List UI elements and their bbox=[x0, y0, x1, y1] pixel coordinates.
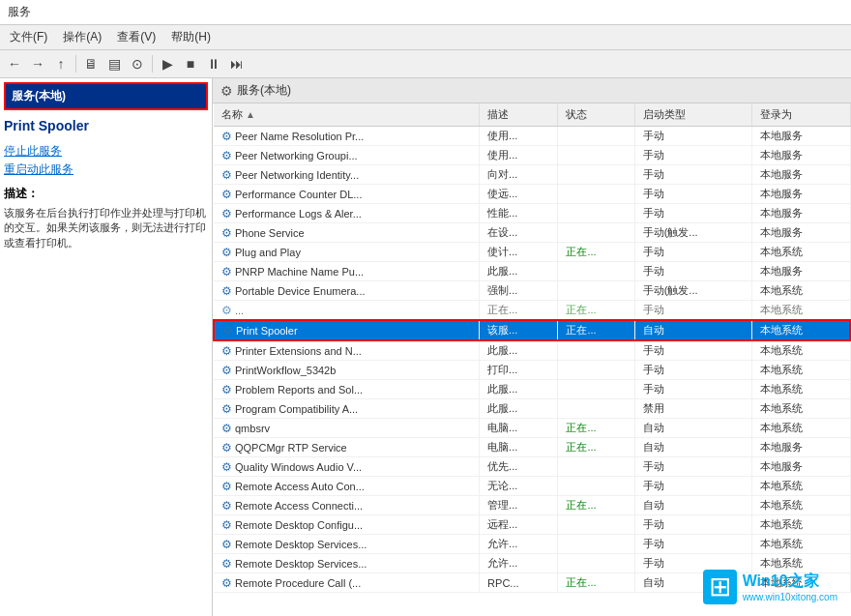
service-startup-cell: 手动 bbox=[634, 204, 752, 223]
watermark-title: Win10之家 bbox=[743, 572, 837, 592]
menu-view[interactable]: 查看(V) bbox=[111, 27, 161, 47]
service-status-cell bbox=[558, 281, 634, 301]
service-desc-cell: 此服... bbox=[480, 399, 558, 419]
col-name[interactable]: 名称 ▲ bbox=[214, 103, 480, 127]
service-name-text: Remote Desktop Services... bbox=[235, 558, 367, 570]
service-name-text: qmbsrv bbox=[235, 423, 270, 434]
table-row[interactable]: ⚙ PNRP Machine Name Pu... 此服... 手动 本地服务 bbox=[214, 262, 850, 281]
service-gear-icon: ⚙ bbox=[221, 422, 232, 435]
table-row[interactable]: ⚙ QQPCMgr RTP Service 电脑... 正在... 自动 本地服… bbox=[214, 438, 850, 457]
restart-service-link[interactable]: 重启动此服务 bbox=[4, 161, 208, 178]
service-desc-cell: 此服... bbox=[480, 262, 558, 281]
col-desc[interactable]: 描述 bbox=[480, 103, 558, 127]
toolbar-forward[interactable]: → bbox=[27, 53, 48, 74]
table-row[interactable]: ⚙ ... 正在... 正在... 手动 本地系统 bbox=[214, 301, 850, 321]
service-name-text: Performance Counter DL... bbox=[235, 189, 362, 200]
toolbar-play[interactable]: ▶ bbox=[157, 53, 178, 74]
table-row[interactable]: ⚙ Print Spooler 该服... 正在... 自动 本地系统 bbox=[214, 320, 850, 340]
toolbar-back[interactable]: ← bbox=[4, 53, 25, 74]
service-gear-icon: ⚙ bbox=[221, 402, 232, 416]
service-status-cell bbox=[558, 340, 634, 361]
service-name-text: Remote Desktop Configu... bbox=[235, 519, 363, 531]
service-startup-cell: 手动 bbox=[634, 146, 752, 165]
toolbar: ← → ↑ 🖥 ▤ ⊙ ▶ ■ ⏸ ⏭ bbox=[0, 50, 851, 78]
service-status-cell bbox=[558, 223, 634, 243]
left-panel-header: 服务(本地) bbox=[4, 82, 208, 110]
table-row[interactable]: ⚙ Problem Reports and Sol... 此服... 手动 本地… bbox=[214, 380, 850, 399]
service-name-cell: ⚙ Peer Name Resolution Pr... bbox=[214, 127, 480, 146]
service-startup-cell: 手动 bbox=[634, 477, 752, 496]
services-table-container[interactable]: 名称 ▲ 描述 状态 启动类型 登录为 ⚙ Peer Name Resoluti… bbox=[213, 103, 851, 616]
left-panel-title: 服务(本地) bbox=[12, 89, 66, 103]
col-login[interactable]: 登录为 bbox=[752, 103, 850, 127]
service-name-text: Peer Name Resolution Pr... bbox=[235, 131, 364, 142]
table-row[interactable]: ⚙ Peer Networking Identity... 向对... 手动 本… bbox=[214, 165, 850, 185]
table-row[interactable]: ⚙ Remote Access Connecti... 管理... 正在... … bbox=[214, 496, 850, 515]
toolbar-list[interactable]: ▤ bbox=[103, 53, 125, 74]
service-name-text: Performance Logs & Aler... bbox=[235, 208, 362, 220]
service-status-cell: 正在... bbox=[558, 573, 634, 593]
service-name-cell: ⚙ PNRP Machine Name Pu... bbox=[214, 262, 480, 281]
toolbar-properties[interactable]: ⊙ bbox=[127, 53, 148, 74]
service-name-text: Remote Procedure Call (... bbox=[235, 577, 361, 589]
sort-arrow-name: ▲ bbox=[246, 109, 255, 120]
service-name-cell: ⚙ qmbsrv bbox=[214, 419, 480, 438]
service-startup-cell: 手动 bbox=[634, 380, 752, 399]
service-desc-cell: 向对... bbox=[480, 165, 558, 185]
col-status[interactable]: 状态 bbox=[558, 103, 634, 127]
service-name-cell: ⚙ Remote Procedure Call (... bbox=[214, 573, 480, 593]
service-desc-cell: 在设... bbox=[480, 223, 558, 243]
service-gear-icon: ⚙ bbox=[221, 207, 232, 220]
service-login-cell: 本地系统 bbox=[752, 535, 850, 554]
table-row[interactable]: ⚙ Phone Service 在设... 手动(触发... 本地服务 bbox=[214, 223, 850, 243]
toolbar-pause[interactable]: ⏸ bbox=[203, 53, 224, 74]
table-row[interactable]: ⚙ Portable Device Enumera... 强制... 手动(触发… bbox=[214, 281, 850, 301]
service-name-cell: ⚙ Remote Desktop Services... bbox=[214, 554, 480, 573]
toolbar-stop[interactable]: ■ bbox=[180, 53, 201, 74]
service-status-cell bbox=[558, 262, 634, 281]
service-status-cell: 正在... bbox=[558, 419, 634, 438]
service-name-cell: ⚙ Print Spooler bbox=[214, 320, 480, 340]
table-row[interactable]: ⚙ Performance Counter DL... 使远... 手动 本地服… bbox=[214, 185, 850, 204]
table-row[interactable]: ⚙ Printer Extensions and N... 此服... 手动 本… bbox=[214, 340, 850, 361]
table-row[interactable]: ⚙ qmbsrv 电脑... 正在... 自动 本地系统 bbox=[214, 419, 850, 438]
toolbar-computer[interactable]: 🖥 bbox=[80, 53, 102, 74]
service-gear-icon: ⚙ bbox=[221, 460, 232, 474]
table-row[interactable]: ⚙ Program Compatibility A... 此服... 禁用 本地… bbox=[214, 399, 850, 419]
table-row[interactable]: ⚙ Remote Access Auto Con... 无论... 手动 本地系… bbox=[214, 477, 850, 496]
stop-service-link[interactable]: 停止此服务 bbox=[4, 143, 208, 160]
col-startup[interactable]: 启动类型 bbox=[634, 103, 752, 127]
table-row[interactable]: ⚙ Remote Desktop Services... 允许... 手动 本地… bbox=[214, 535, 850, 554]
service-desc-cell: 性能... bbox=[480, 204, 558, 223]
service-status-cell bbox=[558, 399, 634, 419]
service-status-cell bbox=[558, 146, 634, 165]
table-row[interactable]: ⚙ PrintWorkflow_5342b 打印... 手动 本地系统 bbox=[214, 361, 850, 380]
service-login-cell: 本地服务 bbox=[752, 165, 850, 185]
services-icon: ⚙ bbox=[220, 83, 233, 99]
toolbar-sep2 bbox=[152, 55, 153, 73]
service-gear-icon: ⚙ bbox=[221, 265, 232, 279]
table-row[interactable]: ⚙ Quality Windows Audio V... 优先... 手动 本地… bbox=[214, 457, 850, 477]
service-name-text: PNRP Machine Name Pu... bbox=[235, 266, 364, 278]
toolbar-up[interactable]: ↑ bbox=[50, 53, 72, 74]
table-row[interactable]: ⚙ Peer Name Resolution Pr... 使用... 手动 本地… bbox=[214, 127, 850, 146]
service-desc-cell: 正在... bbox=[480, 301, 558, 321]
menu-file[interactable]: 文件(F) bbox=[4, 27, 53, 47]
menu-help[interactable]: 帮助(H) bbox=[165, 27, 217, 47]
window-title: 服务 bbox=[8, 5, 31, 18]
service-gear-icon: ⚙ bbox=[221, 383, 232, 396]
service-name-cell: ⚙ Printer Extensions and N... bbox=[214, 340, 480, 361]
table-row[interactable]: ⚙ Remote Desktop Configu... 远程... 手动 本地系… bbox=[214, 515, 850, 535]
table-row[interactable]: ⚙ Plug and Play 使计... 正在... 手动 本地系统 bbox=[214, 243, 850, 262]
service-login-cell: 本地服务 bbox=[752, 185, 850, 204]
table-row[interactable]: ⚙ Peer Networking Groupi... 使用... 手动 本地服… bbox=[214, 146, 850, 165]
toolbar-restart[interactable]: ⏭ bbox=[226, 53, 248, 74]
table-row[interactable]: ⚙ Performance Logs & Aler... 性能... 手动 本地… bbox=[214, 204, 850, 223]
service-login-cell: 本地服务 bbox=[752, 457, 850, 477]
menu-action[interactable]: 操作(A) bbox=[57, 27, 107, 47]
service-name-cell: ⚙ Quality Windows Audio V... bbox=[214, 457, 480, 477]
service-startup-cell: 手动 bbox=[634, 243, 752, 262]
service-login-cell: 本地服务 bbox=[752, 127, 850, 146]
service-status-cell bbox=[558, 127, 634, 146]
service-startup-cell: 手动 bbox=[634, 262, 752, 281]
